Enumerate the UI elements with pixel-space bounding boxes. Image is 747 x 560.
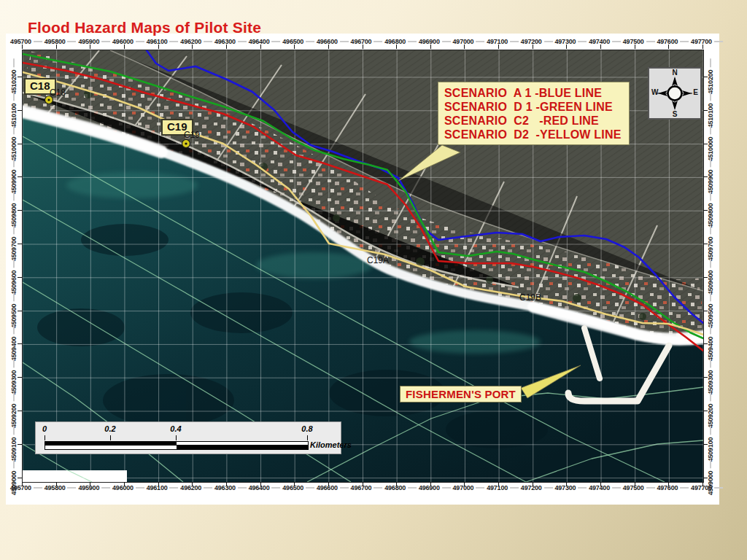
- scale-bar-tick-label: 0: [42, 424, 47, 433]
- c19a-label: C19A: [367, 255, 389, 265]
- x-axis-label-bottom: 497500: [623, 484, 655, 491]
- y-axis-tick-right: [703, 176, 708, 177]
- x-axis-tick-top: [158, 44, 159, 49]
- x-axis-label-top: 497500: [623, 38, 655, 45]
- x-axis-label-top: 495900: [78, 38, 110, 45]
- y-axis-tick-right: [703, 478, 708, 478]
- compass-east-label: E: [693, 88, 698, 96]
- x-axis-tick-bottom: [566, 482, 567, 486]
- y-axis-tick-right: [703, 444, 708, 445]
- y-axis-tick-right: [703, 377, 708, 378]
- legend-line: SCENARIO A 1 -BLUE LINE: [444, 86, 623, 100]
- y-axis-label-right: 4509300: [707, 359, 714, 395]
- x-axis-label-top: 497400: [589, 38, 621, 45]
- compass-west-label: W: [651, 88, 658, 96]
- y-axis-tick-left: [18, 176, 22, 177]
- y-axis-tick-right: [703, 77, 708, 77]
- y-axis-label-right: 4509400: [707, 326, 714, 362]
- x-axis-label-bottom: 496900: [419, 484, 451, 491]
- x-axis-label-top: 497600: [657, 38, 689, 45]
- x-axis-tick-top: [226, 44, 227, 49]
- x-axis-label-bottom: 496700: [351, 484, 383, 491]
- y-axis-tick-right: [703, 411, 708, 411]
- x-axis-tick-bottom: [668, 482, 669, 486]
- y-axis-tick-left: [18, 77, 22, 77]
- x-axis-label-top: 497700: [691, 38, 723, 45]
- y-axis-tick-left: [18, 343, 22, 344]
- y-axis-label-right: 4509800: [707, 192, 714, 228]
- y-axis-tick-left: [18, 210, 22, 211]
- scale-bar-tick-label: 0.4: [170, 424, 181, 433]
- x-axis-label-top: 495700: [10, 38, 42, 45]
- x-axis-label-top: 497300: [554, 38, 587, 45]
- x-axis-label-top: 496900: [419, 38, 451, 45]
- y-axis-label-right: 4509900: [707, 159, 714, 195]
- x-axis-label-top: 495800: [44, 38, 77, 45]
- x-axis-tick-bottom: [294, 482, 295, 486]
- c19b-label: C19B: [519, 292, 541, 303]
- scenario-legend: SCENARIO A 1 -BLUE LINESCENARIO D 1 -GRE…: [438, 82, 630, 145]
- y-axis-tick-right: [703, 277, 708, 278]
- y-axis-label-right: 4509500: [707, 292, 714, 328]
- y-axis-label-left: 4509300: [10, 359, 18, 395]
- x-axis-tick-top: [430, 44, 431, 49]
- y-axis-label-left: 4510100: [10, 92, 18, 128]
- y-axis-label-right: 4510100: [707, 92, 714, 128]
- x-axis-tick-bottom: [498, 482, 499, 486]
- y-axis-label-left: 4509100: [10, 426, 18, 462]
- y-axis-tick-left: [18, 277, 22, 278]
- y-axis-tick-right: [703, 210, 708, 211]
- y-axis-label-left: 4510200: [10, 59, 18, 95]
- x-axis-label-top: 496200: [180, 38, 212, 45]
- y-axis-tick-left: [18, 144, 22, 144]
- x-axis-label-bottom: 496400: [249, 484, 281, 491]
- y-axis-label-left: 4509400: [10, 326, 18, 362]
- y-axis-tick-left: [18, 311, 22, 311]
- y-axis-label-right: 4509600: [707, 259, 714, 295]
- x-axis-tick-top: [533, 44, 533, 49]
- y-axis-label-left: 4509500: [10, 292, 18, 328]
- scale-bar-graphic: [44, 441, 309, 450]
- legend-line: SCENARIO D 1 -GREEN LINE: [444, 100, 623, 114]
- x-axis-tick-bottom: [635, 482, 635, 486]
- y-axis-tick-right: [703, 343, 708, 344]
- y-axis-tick-left: [18, 110, 22, 111]
- x-axis-tick-top: [703, 44, 703, 49]
- x-axis-tick-bottom: [430, 482, 431, 486]
- y-axis-label-right: 4509000: [707, 459, 714, 495]
- x-axis-label-bottom: 497200: [521, 484, 553, 491]
- y-axis-tick-left: [18, 411, 22, 411]
- scale-bar: Kilometers 00.20.40.8: [35, 421, 341, 454]
- x-axis-tick-bottom: [396, 482, 397, 486]
- c18-marker-center-dot: [47, 98, 50, 101]
- x-axis-label-bottom: 496200: [180, 484, 212, 491]
- scale-bar-tick: [307, 435, 308, 440]
- x-axis-label-top: 496100: [147, 38, 179, 45]
- x-axis-label-top: 496500: [282, 38, 314, 45]
- scale-bar-unit: Kilometers: [310, 440, 352, 449]
- x-axis-label-top: 496400: [249, 38, 281, 45]
- y-axis-label-left: 4509000: [10, 459, 18, 495]
- x-axis-label-bottom: 497000: [453, 484, 485, 491]
- scale-bar-tick: [176, 435, 177, 440]
- x-axis-tick-top: [600, 44, 601, 49]
- x-axis-label-top: 496800: [384, 38, 417, 45]
- y-axis-label-left: 4509800: [10, 192, 18, 228]
- x-axis-label-top: 496300: [214, 38, 247, 45]
- x-axis-label-top: 497200: [521, 38, 553, 45]
- x-axis-label-bottom: 497100: [487, 484, 519, 491]
- y-axis-label-left: 4510000: [10, 125, 18, 161]
- y-axis-tick-left: [18, 444, 22, 445]
- compass-north-label: N: [672, 69, 677, 77]
- x-axis-label-top: 496600: [317, 38, 349, 45]
- x-axis-tick-top: [22, 44, 23, 49]
- x-axis-tick-bottom: [192, 482, 193, 486]
- y-axis-tick-right: [703, 144, 708, 144]
- x-axis-tick-top: [90, 44, 90, 49]
- x-axis-label-bottom: 497300: [554, 484, 587, 491]
- y-axis-label-left: 4509700: [10, 226, 18, 262]
- slide: Flood Hazard Maps of Pilot Site: [0, 0, 747, 560]
- x-axis-label-top: 497000: [453, 38, 485, 45]
- x-axis-label-bottom: 496600: [317, 484, 349, 491]
- x-axis-tick-bottom: [703, 482, 703, 486]
